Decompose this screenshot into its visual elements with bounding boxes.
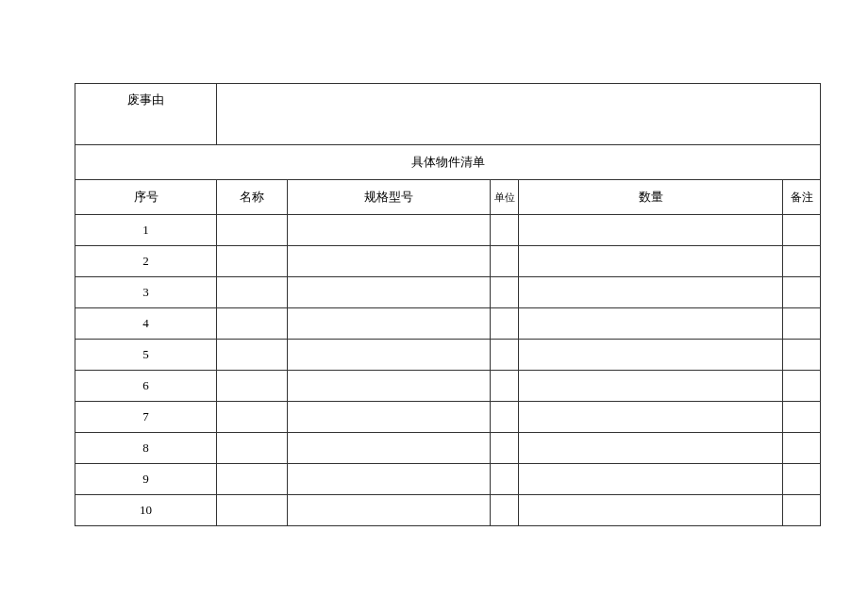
cell-qty [519,495,783,526]
table-row: 7 [75,402,821,433]
cell-spec [288,464,491,495]
cell-seq: 4 [75,308,217,340]
table-row: 9 [75,464,821,495]
cell-spec [288,371,491,402]
cell-qty [519,371,783,402]
cell-spec [288,277,491,308]
table-row: 4 [75,308,821,340]
cell-seq: 3 [75,277,217,308]
list-title-row: 具体物件清单 [75,145,821,180]
cell-qty [519,277,783,308]
cell-qty [519,340,783,371]
cell-unit [491,433,519,464]
cell-qty [519,215,783,246]
cell-name [217,308,288,340]
col-header-seq: 序号 [75,180,217,215]
table-row: 1 [75,215,821,246]
cell-unit [491,308,519,340]
cell-unit [491,340,519,371]
cell-seq: 10 [75,495,217,526]
cell-seq: 1 [75,215,217,246]
cell-note [783,215,821,246]
table-row: 8 [75,433,821,464]
disposal-form-table: 废事由 具体物件清单 序号 名称 规格型号 单位 数量 备注 1 [75,83,821,526]
cell-unit [491,277,519,308]
cell-seq: 6 [75,371,217,402]
cell-note [783,464,821,495]
reason-row: 废事由 [75,84,821,145]
cell-qty [519,433,783,464]
cell-unit [491,464,519,495]
cell-spec [288,402,491,433]
col-header-note: 备注 [783,180,821,215]
cell-name [217,340,288,371]
cell-spec [288,308,491,340]
cell-name [217,402,288,433]
reason-value [217,84,821,145]
cell-unit [491,215,519,246]
col-header-unit: 单位 [491,180,519,215]
cell-note [783,308,821,340]
cell-seq: 8 [75,433,217,464]
cell-qty [519,308,783,340]
list-title: 具体物件清单 [75,145,821,180]
cell-note [783,495,821,526]
cell-unit [491,246,519,277]
cell-spec [288,340,491,371]
col-header-spec: 规格型号 [288,180,491,215]
table-row: 2 [75,246,821,277]
cell-name [217,371,288,402]
cell-seq: 7 [75,402,217,433]
cell-spec [288,215,491,246]
table-row: 5 [75,340,821,371]
cell-spec [288,495,491,526]
cell-note [783,246,821,277]
cell-name [217,433,288,464]
cell-seq: 5 [75,340,217,371]
cell-qty [519,246,783,277]
cell-seq: 2 [75,246,217,277]
cell-unit [491,371,519,402]
cell-note [783,277,821,308]
cell-name [217,277,288,308]
cell-qty [519,402,783,433]
cell-spec [288,433,491,464]
reason-label: 废事由 [75,84,217,145]
cell-name [217,246,288,277]
table-row: 6 [75,371,821,402]
col-header-name: 名称 [217,180,288,215]
cell-note [783,340,821,371]
col-header-qty: 数量 [519,180,783,215]
table-row: 10 [75,495,821,526]
cell-unit [491,495,519,526]
table-row: 3 [75,277,821,308]
cell-note [783,433,821,464]
cell-name [217,495,288,526]
cell-note [783,371,821,402]
cell-qty [519,464,783,495]
cell-name [217,464,288,495]
cell-spec [288,246,491,277]
cell-name [217,215,288,246]
cell-note [783,402,821,433]
cell-seq: 9 [75,464,217,495]
column-header-row: 序号 名称 规格型号 单位 数量 备注 [75,180,821,215]
cell-unit [491,402,519,433]
